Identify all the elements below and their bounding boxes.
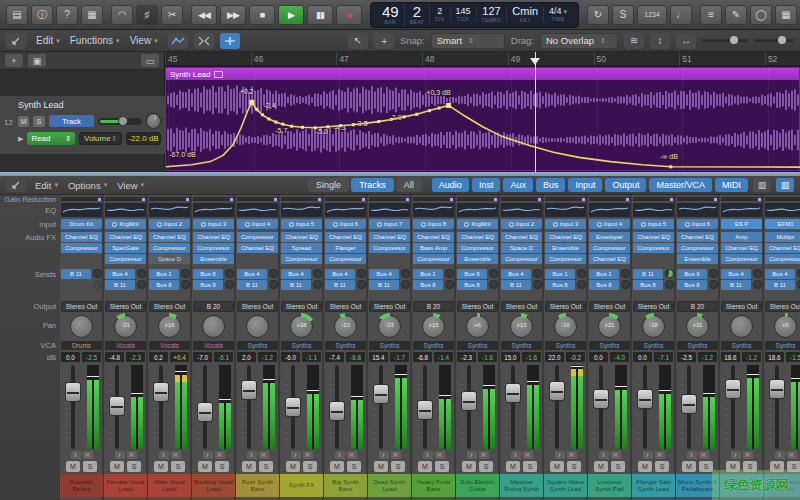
eq-thumbnail[interactable] — [369, 203, 410, 217]
eq-thumbnail[interactable] — [589, 203, 630, 217]
volume-value[interactable]: 18.6 — [721, 352, 740, 362]
quick-help-icon[interactable]: ? — [56, 5, 78, 25]
mute-button[interactable]: M — [18, 116, 29, 127]
fader-handle[interactable] — [153, 382, 169, 402]
menu-functions[interactable]: Functions — [66, 33, 124, 48]
audio-fx-slot[interactable]: Compressor — [589, 243, 630, 253]
count-in-button[interactable]: 1234 — [637, 5, 667, 25]
lcd-field-div[interactable]: 2DIV — [430, 7, 451, 22]
output-slot[interactable]: Stereo Out — [61, 301, 102, 312]
audio-fx-slot[interactable]: Channel EQ — [105, 232, 146, 242]
fader-handle[interactable] — [637, 389, 653, 409]
strip-mute-button[interactable]: M — [374, 461, 388, 472]
bar-ruler[interactable]: 4546474849505152 — [165, 52, 800, 66]
eq-thumbnail[interactable] — [413, 203, 454, 217]
vertical-zoom-icon[interactable]: ↕ — [650, 33, 670, 49]
lcd-value-tempo[interactable]: 127 — [482, 6, 500, 17]
record-enable-button[interactable]: R — [787, 451, 797, 459]
input-monitor-button[interactable]: I — [423, 451, 433, 459]
output-slot[interactable]: Stereo Out — [501, 301, 542, 312]
fader-handle[interactable] — [329, 401, 345, 421]
input-slot[interactable]: EFM1 — [765, 219, 800, 229]
play-button[interactable]: ▶ — [278, 5, 304, 25]
automation-node[interactable] — [377, 120, 380, 123]
send-knob[interactable] — [357, 269, 366, 278]
lcd-value-tick[interactable]: 145 — [456, 7, 471, 16]
fader-handle[interactable] — [549, 381, 565, 401]
strip-mute-button[interactable]: M — [550, 461, 564, 472]
eq-thumbnail[interactable] — [721, 203, 762, 217]
send-slot[interactable]: Bus 1 — [413, 269, 443, 279]
automation-node[interactable] — [415, 113, 418, 116]
output-slot[interactable]: B 20 — [413, 301, 454, 312]
input-slot[interactable]: Input 7 — [369, 219, 410, 229]
input-slot[interactable]: KrgMnl — [105, 219, 146, 229]
audio-fx-slot[interactable]: Channel EQ — [721, 243, 762, 253]
track-nameplate[interactable]: Flanger Saw Synth Lead — [632, 474, 675, 497]
audio-fx-slot[interactable]: Compressor — [501, 254, 542, 264]
send-knob[interactable] — [225, 269, 234, 278]
input-monitor-button[interactable]: I — [687, 451, 697, 459]
strip-mute-button[interactable]: M — [242, 461, 256, 472]
record-enable-button[interactable]: R — [127, 451, 137, 459]
send-knob[interactable] — [445, 280, 454, 289]
audio-fx-slot[interactable]: Compressor — [325, 254, 366, 264]
mixer-menu-edit[interactable]: Edit — [31, 178, 62, 193]
strip-solo-button[interactable]: S — [303, 461, 317, 472]
filter-bus[interactable]: Bus — [536, 178, 566, 192]
input-slot[interactable]: Input 3 — [193, 219, 234, 229]
strip-mute-button[interactable]: M — [638, 461, 652, 472]
eq-thumbnail[interactable] — [105, 203, 146, 217]
send-knob[interactable] — [401, 269, 410, 278]
audio-fx-slot[interactable]: Ensemble — [193, 254, 234, 264]
record-enable-button[interactable]: R — [171, 451, 181, 459]
send-slot[interactable]: Bus 4 — [325, 269, 355, 279]
fader-handle[interactable] — [285, 397, 301, 417]
automation-node[interactable] — [301, 126, 304, 129]
vca-label[interactable]: Synths — [413, 341, 454, 350]
send-slot[interactable]: B 11 — [61, 269, 91, 279]
audio-fx-slot[interactable]: Space D — [501, 243, 542, 253]
output-slot[interactable]: B 20 — [677, 301, 718, 312]
audio-fx-slot[interactable]: Channel EQ — [149, 232, 190, 242]
strip-solo-button[interactable]: S — [83, 461, 97, 472]
volume-value[interactable]: -4.8 — [105, 352, 124, 362]
input-monitor-button[interactable]: I — [203, 451, 213, 459]
audio-fx-slot[interactable]: Channel EQ — [325, 232, 366, 242]
audio-fx-slot[interactable]: Ensemble — [545, 243, 586, 253]
stop-button[interactable]: ■ — [249, 5, 275, 25]
track-nameplate[interactable]: Deep Synth Lead — [368, 474, 411, 497]
input-monitor-button[interactable]: I — [511, 451, 521, 459]
track-nameplate[interactable]: Backing Vocal Lead — [192, 474, 235, 497]
record-enable-button[interactable]: R — [303, 451, 313, 459]
send-knob[interactable] — [181, 269, 190, 278]
lcd-field-tick[interactable]: 145TICK — [451, 7, 477, 22]
header-options-button[interactable]: ▭ — [141, 54, 159, 67]
automation-node[interactable] — [274, 121, 277, 124]
strip-mute-button[interactable]: M — [110, 461, 124, 472]
strip-solo-button[interactable]: S — [171, 461, 185, 472]
lcd-display[interactable]: 49BAR2BEAT2DIV145TICK127TEMPOCminKEY4/4▾… — [370, 2, 579, 28]
output-slot[interactable]: Stereo Out — [545, 301, 586, 312]
record-button[interactable]: ● — [336, 5, 362, 25]
track-name[interactable]: Synth Lead — [18, 100, 64, 110]
audio-fx-slot[interactable]: Ensemble — [677, 254, 718, 264]
vca-label[interactable]: Synths — [281, 341, 322, 350]
output-slot[interactable]: Stereo Out — [105, 301, 146, 312]
fader-handle[interactable] — [725, 379, 741, 399]
send-slot[interactable]: Bus 8 — [633, 280, 663, 290]
eq-thumbnail[interactable] — [281, 203, 322, 217]
filter-audio[interactable]: Audio — [432, 178, 469, 192]
send-knob[interactable] — [137, 269, 146, 278]
fader-handle[interactable] — [681, 394, 697, 414]
filter-inst[interactable]: Inst — [472, 178, 501, 192]
lcd-value-time[interactable]: 4/4 — [549, 7, 562, 16]
input-monitor-button[interactable]: I — [335, 451, 345, 459]
vca-label[interactable]: Synths — [677, 341, 718, 350]
send-knob[interactable] — [533, 280, 542, 289]
send-slot[interactable]: B 11 — [325, 280, 355, 290]
input-monitor-button[interactable]: I — [247, 451, 257, 459]
filter-aux[interactable]: Aux — [503, 178, 533, 192]
automation-node[interactable] — [281, 123, 284, 126]
fader-handle[interactable] — [461, 391, 477, 411]
